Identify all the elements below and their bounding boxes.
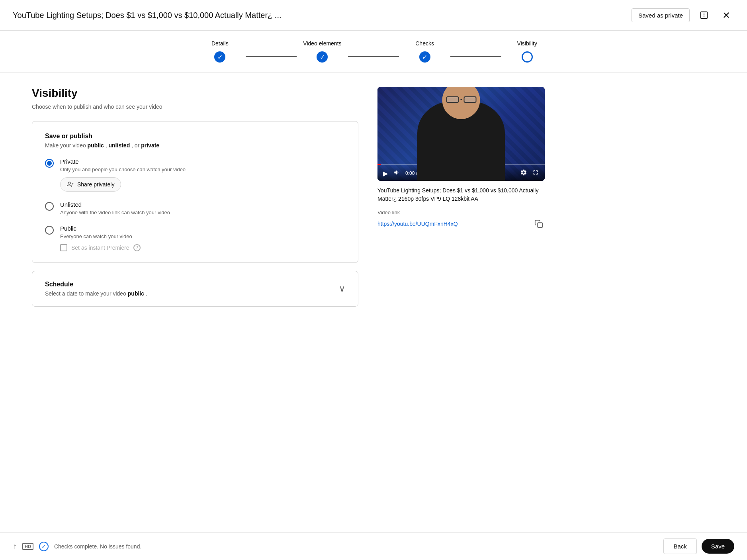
subtitle-comma2: , or (131, 142, 141, 149)
radio-private-desc: Only you and people you choose can watch… (60, 166, 345, 172)
visibility-subtitle: Choose when to publish and who can see y… (32, 104, 358, 110)
svg-rect-6 (538, 223, 542, 228)
radio-unlisted-label: Unlisted (60, 201, 345, 208)
option-public[interactable]: Public Everyone can watch your video Set… (45, 225, 345, 251)
step-checks-circle: ✓ (419, 51, 430, 63)
option-private[interactable]: Private Only you and people you choose c… (45, 158, 345, 192)
step-visibility-circle (522, 51, 533, 63)
upload-icon: ↑ (13, 542, 17, 551)
step-visibility: Visibility (501, 40, 553, 63)
steps-container: Details ✓ Video elements ✓ Checks ✓ Visi… (0, 31, 747, 72)
step-checks: Checks ✓ (399, 40, 450, 63)
radio-unlisted-content: Unlisted Anyone with the video link can … (60, 201, 345, 215)
schedule-desc: Select a date to make your video public … (45, 290, 147, 297)
save-or-publish-subtitle: Make your video public , unlisted , or p… (45, 142, 345, 149)
subtitle-unlisted: unlisted (109, 142, 130, 149)
step-checks-label: Checks (415, 40, 434, 47)
copy-link-button[interactable] (533, 218, 545, 230)
video-link-label: Video link (377, 210, 545, 215)
close-button[interactable] (718, 7, 734, 23)
fullscreen-icon (532, 169, 539, 176)
premiere-checkbox[interactable] (60, 244, 67, 251)
radio-unlisted[interactable] (45, 202, 54, 211)
footer-left: ↑ HD ✓ Checks complete. No issues found. (13, 542, 657, 551)
premiere-checkbox-row: Set as instant Premiere ? (60, 244, 345, 251)
step-video-elements-circle: ✓ (317, 51, 328, 63)
premiere-label: Set as instant Premiere (71, 245, 129, 251)
save-button[interactable]: Save (702, 539, 734, 554)
saved-as-private-button[interactable]: Saved as private (632, 8, 690, 22)
subtitle-public: public (88, 142, 104, 149)
radio-unlisted-desc: Anyone with the video link can watch you… (60, 210, 345, 215)
visibility-title: Visibility (32, 87, 358, 100)
steps: Details ✓ Video elements ✓ Checks ✓ Visi… (194, 40, 553, 63)
schedule-title: Schedule (45, 281, 147, 288)
copy-icon (534, 219, 543, 228)
footer-status: Checks complete. No issues found. (54, 543, 141, 550)
step-details-circle: ✓ (214, 51, 225, 63)
radio-public-content: Public Everyone can watch your video Set… (60, 225, 345, 251)
step-video-elements: Video elements ✓ (297, 40, 348, 63)
volume-button[interactable] (393, 168, 401, 178)
video-thumbnail: ▶ 0:00 / 5:18 (377, 87, 545, 181)
radio-private[interactable] (45, 159, 54, 168)
alert-icon (700, 11, 708, 20)
footer-right: Back Save (663, 538, 734, 554)
close-icon (722, 11, 731, 20)
radio-public-desc: Everyone can watch your video (60, 233, 345, 239)
settings-button[interactable] (519, 168, 528, 178)
video-link-row: https://youtu.be/UUQmFxnH4xQ (377, 218, 545, 230)
connector-2 (348, 56, 399, 57)
step-details: Details ✓ (194, 40, 246, 63)
schedule-desc-bold: public (128, 290, 144, 297)
left-panel: Visibility Choose when to publish and wh… (32, 87, 358, 307)
save-or-publish-title: Save or publish (45, 133, 345, 140)
schedule-header[interactable]: Schedule Select a date to make your vide… (45, 281, 345, 297)
video-info: YouTube Lighting Setups; Does $1 vs $1,0… (377, 186, 545, 230)
alert-button[interactable] (696, 7, 712, 23)
connector-1 (246, 56, 297, 57)
svg-point-5 (68, 182, 70, 184)
radio-private-content: Private Only you and people you choose c… (60, 158, 345, 192)
save-or-publish-card: Save or publish Make your video public ,… (32, 121, 358, 263)
right-panel: ▶ 0:00 / 5:18 (377, 87, 545, 307)
step-video-elements-label: Video elements (303, 40, 341, 47)
checks-complete-icon: ✓ (39, 542, 49, 551)
step-details-label: Details (211, 40, 229, 47)
schedule-desc-prefix: Select a date to make your video (45, 290, 128, 297)
schedule-left: Schedule Select a date to make your vide… (45, 281, 147, 297)
radio-public[interactable] (45, 226, 54, 235)
share-privately-icon (67, 181, 74, 188)
hd-badge: HD (22, 543, 33, 550)
share-privately-button[interactable]: Share privately (60, 177, 121, 192)
fullscreen-button[interactable] (531, 168, 540, 178)
video-link-url[interactable]: https://youtu.be/UUQmFxnH4xQ (377, 221, 530, 227)
back-button[interactable]: Back (663, 538, 696, 554)
header: YouTube Lighting Setups; Does $1 vs $1,0… (0, 0, 747, 31)
header-actions: Saved as private (632, 7, 734, 23)
chevron-down-icon: ∨ (339, 284, 345, 294)
step-visibility-label: Visibility (517, 40, 537, 47)
radio-private-label: Private (60, 158, 345, 165)
footer: ↑ HD ✓ Checks complete. No issues found.… (0, 532, 747, 560)
option-unlisted[interactable]: Unlisted Anyone with the video link can … (45, 201, 345, 215)
controls-right (519, 168, 540, 178)
video-description: YouTube Lighting Setups; Does $1 vs $1,0… (377, 186, 545, 203)
subtitle-private: private (141, 142, 159, 149)
radio-public-label: Public (60, 225, 345, 232)
subtitle-comma1: , (106, 142, 109, 149)
schedule-desc-suffix: . (146, 290, 147, 297)
premiere-help-icon[interactable]: ? (133, 244, 141, 251)
video-background: ▶ 0:00 / 5:18 (377, 87, 545, 181)
page-title: YouTube Lighting Setups; Does $1 vs $1,0… (13, 11, 371, 20)
schedule-card: Schedule Select a date to make your vide… (32, 271, 358, 307)
settings-icon (520, 169, 527, 176)
volume-icon (393, 169, 401, 176)
main-content: Visibility Choose when to publish and wh… (0, 72, 747, 321)
connector-3 (450, 56, 502, 57)
play-button[interactable]: ▶ (382, 169, 389, 178)
subtitle-prefix: Make your video (45, 142, 88, 149)
